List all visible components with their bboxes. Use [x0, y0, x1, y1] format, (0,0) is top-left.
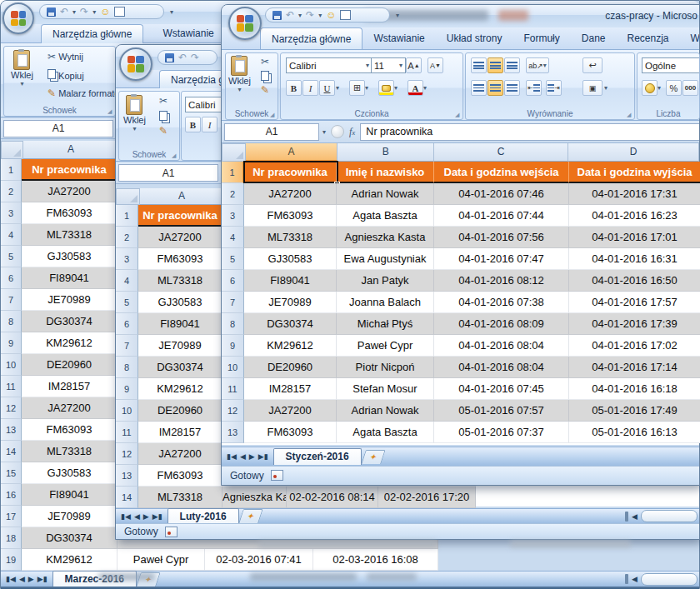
scissors-icon[interactable]: ✂: [159, 95, 168, 107]
name-box[interactable]: A1: [3, 120, 113, 137]
cell[interactable]: 05-01-2016 07:37: [434, 422, 569, 443]
row-header[interactable]: 4: [116, 270, 138, 292]
cell[interactable]: FM63093: [138, 248, 222, 270]
row-header[interactable]: 1: [222, 162, 244, 183]
cell[interactable]: Agnieszka Kasta: [337, 227, 434, 248]
row-header[interactable]: 2: [1, 181, 22, 202]
cell[interactable]: Jan Patyk: [337, 270, 434, 292]
paste-button[interactable]: Wklej ▾: [11, 50, 33, 87]
tab-recenzja[interactable]: Recenzja: [616, 27, 679, 49]
cell[interactable]: Agnieszka Kasta: [222, 487, 287, 508]
smiley-icon[interactable]: ☺: [326, 10, 336, 20]
tab-split-handle[interactable]: [625, 512, 628, 522]
borders-button[interactable]: ⊞: [349, 80, 365, 96]
next-sheet-icon[interactable]: ▶: [28, 575, 34, 583]
tab-widok[interactable]: Widok: [680, 27, 699, 49]
column-header-a[interactable]: A: [23, 141, 119, 159]
row-header[interactable]: 10: [1, 354, 22, 376]
undo-icon[interactable]: ↶: [286, 11, 294, 20]
undo-caret-icon[interactable]: ▾: [298, 12, 302, 19]
row-header[interactable]: 18: [1, 527, 22, 549]
grow-font-button[interactable]: A▲: [406, 57, 422, 73]
cell[interactable]: GJ30583: [22, 246, 118, 267]
row-header[interactable]: 3: [1, 202, 22, 224]
currency-caret-icon[interactable]: ▾: [658, 84, 661, 92]
qat-more-icon[interactable]: ▾: [170, 8, 173, 16]
cell[interactable]: DG30374: [22, 527, 118, 549]
row-header[interactable]: 10: [222, 357, 244, 378]
row-header[interactable]: 12: [222, 400, 244, 422]
row-header[interactable]: 1: [1, 159, 22, 181]
row-header[interactable]: 9: [1, 332, 22, 354]
sheet-tab-luty[interactable]: Luty-2016: [168, 508, 239, 525]
cell[interactable]: JA27200: [22, 397, 118, 419]
cell[interactable]: Piotr Nicpoń: [337, 357, 434, 378]
row-header[interactable]: 5: [116, 292, 138, 313]
calculator-icon[interactable]: [114, 7, 125, 17]
first-sheet-icon[interactable]: ▮◀: [227, 452, 237, 461]
align-right-button[interactable]: [504, 80, 520, 96]
cell[interactable]: 04-01-2016 16:18: [569, 378, 700, 400]
row-header[interactable]: 19: [1, 549, 22, 571]
cell[interactable]: DG30374: [244, 313, 337, 335]
undo-caret-icon[interactable]: ▾: [72, 8, 76, 16]
name-box-caret-icon[interactable]: ▾: [322, 128, 326, 136]
cell[interactable]: 04-01-2016 07:47: [434, 248, 569, 270]
tab-dane[interactable]: Dane: [571, 27, 617, 49]
insert-function-icon[interactable]: fx: [349, 126, 355, 138]
office-button[interactable]: [119, 47, 152, 81]
underline-button[interactable]: U: [319, 80, 335, 96]
brush-icon[interactable]: ✎: [261, 84, 269, 96]
scroll-left-icon[interactable]: ◀: [632, 512, 638, 521]
excel-window-styczen[interactable]: czas-pracy - Microso ↶▾ ↷▾ ☺ ▾ Narzędzia…: [221, 4, 700, 486]
dialog-launcher-icon[interactable]: ◢: [455, 112, 461, 117]
copy-button[interactable]: Kopiuj: [48, 69, 84, 81]
first-sheet-icon[interactable]: ▮◀: [6, 575, 16, 583]
dialog-launcher-icon[interactable]: ◢: [108, 108, 113, 114]
cell[interactable]: IM28157: [22, 376, 118, 397]
cell[interactable]: Agata Baszta: [337, 205, 434, 227]
redo-icon[interactable]: ↷: [80, 7, 88, 17]
first-sheet-icon[interactable]: ▮◀: [121, 512, 131, 521]
row-header[interactable]: 11: [116, 422, 138, 443]
row-header[interactable]: 7: [222, 292, 244, 313]
cell[interactable]: JE70989: [22, 289, 118, 311]
cell[interactable]: 02-03-2016 16:08: [313, 549, 438, 571]
cell[interactable]: FI89041: [138, 313, 222, 335]
cell[interactable]: FM63093: [22, 202, 118, 224]
cell[interactable]: 04-01-2016 08:09: [434, 313, 569, 335]
cell[interactable]: 02-03-2016 07:41: [205, 549, 313, 571]
cell[interactable]: Nr pracownika: [22, 159, 118, 181]
cell[interactable]: 04-01-2016 16:50: [569, 270, 700, 292]
cell[interactable]: FI89041: [244, 270, 337, 292]
tab-formuly[interactable]: Formuły: [512, 27, 570, 49]
cell[interactable]: Joanna Balach: [337, 292, 434, 313]
scissors-icon[interactable]: ✂: [261, 56, 269, 67]
redo-caret-icon[interactable]: ▾: [318, 12, 322, 19]
column-header-c[interactable]: C: [434, 143, 568, 162]
cell[interactable]: DG30374: [138, 357, 222, 378]
cell[interactable]: GJ30583: [22, 462, 118, 484]
fill-caret-icon[interactable]: ▾: [394, 84, 398, 92]
last-sheet-icon[interactable]: ▶▮: [258, 452, 268, 461]
cell[interactable]: FM63093: [244, 205, 337, 227]
formula-input[interactable]: Nr pracownika: [360, 123, 699, 141]
align-left-button[interactable]: [471, 80, 487, 96]
last-sheet-icon[interactable]: ▶▮: [152, 512, 162, 521]
cell[interactable]: Michał Ptyś: [337, 313, 434, 335]
cell[interactable]: Data i godzina wyjścia: [569, 162, 700, 183]
cell[interactable]: 05-01-2016 17:49: [569, 400, 700, 422]
row-header[interactable]: 7: [1, 289, 22, 311]
cell[interactable]: ML73318: [138, 487, 222, 508]
copy-icon[interactable]: [159, 111, 168, 121]
cell[interactable]: ML73318: [138, 270, 222, 292]
cell[interactable]: 02-02-2016 17:20: [378, 487, 476, 508]
row-header[interactable]: 16: [1, 484, 22, 506]
tab-wstawianie[interactable]: Wstawianie: [152, 24, 224, 43]
select-all-corner[interactable]: [116, 188, 140, 205]
last-sheet-icon[interactable]: ▶▮: [38, 575, 48, 583]
scroll-left-icon[interactable]: ◀: [632, 575, 638, 583]
cell[interactable]: Adrian Nowak: [337, 400, 434, 422]
orientation-button[interactable]: ab↗▾: [526, 57, 549, 73]
font-name-select[interactable]: Calibri: [185, 97, 223, 112]
